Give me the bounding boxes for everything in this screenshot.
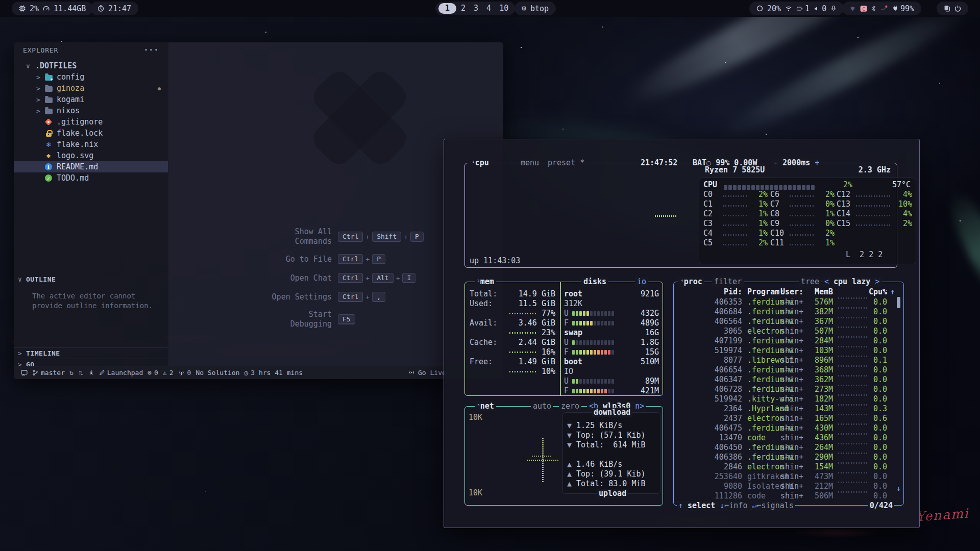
- statusbar-item-3-hrs-41-mins[interactable]: ◷3 hrs 41 mins: [244, 369, 303, 377]
- proc-footer-keys[interactable]: ↑ select ↓⌐info ↵⌐signals: [677, 501, 795, 511]
- meter-block: [601, 311, 603, 316]
- workspace-1[interactable]: 1: [438, 3, 456, 14]
- tree-item-logo.svg[interactable]: ✱logo.svg: [14, 150, 168, 161]
- tree-root-item[interactable]: ∨.DOTFILES: [14, 60, 168, 71]
- svg-text:C: C: [862, 6, 865, 11]
- disk-F-row: F489G: [564, 318, 659, 328]
- tray-controls-pill[interactable]: 20% 1 0: [749, 2, 844, 15]
- preset-button[interactable]: preset *: [546, 158, 586, 168]
- timeline-section-header[interactable]: > TIMELINE: [14, 347, 168, 359]
- tree-item-ginoza[interactable]: >ginoza●: [14, 83, 168, 94]
- proc-tab-button[interactable]: ⁴proc: [678, 277, 704, 287]
- explorer-more-actions-icon[interactable]: ···: [144, 45, 159, 55]
- rocket-icon: [88, 370, 94, 376]
- proc-filter-button[interactable]: filter: [712, 277, 744, 287]
- disk-io-label: 312K: [564, 299, 582, 309]
- tree-item-kogami[interactable]: >kogami: [14, 94, 168, 105]
- process-pid: 9080: [674, 482, 742, 491]
- process-cpu: 0.6: [856, 414, 887, 423]
- col-pid[interactable]: Pid:: [674, 287, 742, 297]
- explorer-header: EXPLORER ···: [14, 42, 168, 58]
- process-cpu: 0.0: [856, 394, 887, 404]
- statusbar-item[interactable]: [21, 369, 28, 376]
- process-cpu: 0.0: [856, 365, 887, 375]
- proc-sort-selector[interactable]: < cpu lazy >: [822, 277, 881, 287]
- cpu-tab-button[interactable]: ¹cpu: [470, 158, 491, 168]
- notification-swoosh-icon: [880, 5, 888, 12]
- proc-tree-button[interactable]: tree: [799, 277, 821, 287]
- refresh-rate-control[interactable]: - 2000ms +: [771, 158, 821, 168]
- tray-status-pill[interactable]: C 99%: [842, 2, 921, 15]
- compare-icon: [78, 370, 84, 376]
- disks-toggle-button[interactable]: disks: [581, 277, 608, 287]
- active-window-pill[interactable]: ⚙ btop: [514, 2, 556, 15]
- col-cpu[interactable]: Cpu%: [856, 287, 887, 297]
- workspace-2[interactable]: 2: [457, 3, 469, 14]
- core-graph-dots: [723, 215, 747, 216]
- chevron-right-icon: >: [36, 73, 44, 81]
- core-name: C13: [837, 199, 856, 209]
- tree-item-TODO.md[interactable]: ✓TODO.md: [14, 172, 168, 184]
- statusbar-item-no-solution[interactable]: No Solution: [195, 369, 239, 377]
- disk-io-label: IO: [564, 367, 573, 377]
- net-auto-button[interactable]: auto: [531, 402, 553, 411]
- meter-block: [733, 185, 737, 190]
- process-cpu: 0.0: [856, 327, 887, 336]
- tree-item-flake.nix[interactable]: ❄flake.nix: [14, 139, 168, 150]
- mem-meter-dots: [509, 371, 536, 372]
- process-program: electron: [747, 462, 784, 472]
- net-tab-button[interactable]: ³net: [475, 402, 496, 411]
- clock-pill[interactable]: 21:47: [90, 2, 138, 15]
- statusbar-item-launchpad[interactable]: Launchpad: [99, 369, 143, 377]
- meter-block: [811, 185, 815, 190]
- cpu-core-C11: C111%: [770, 238, 835, 248]
- process-cpu: 0.1: [856, 356, 887, 365]
- statusbar-item-0[interactable]: 0: [178, 369, 191, 377]
- statusbar-item-2[interactable]: ⚠2: [163, 369, 174, 377]
- net-zero-button[interactable]: zero: [559, 402, 581, 411]
- disk-meter: [572, 311, 615, 316]
- meter-block: [604, 350, 607, 355]
- statusbar-item-0[interactable]: ⊗0: [148, 369, 158, 377]
- outline-section-header[interactable]: ∨ OUTLINE: [14, 273, 168, 285]
- tree-item-README.md[interactable]: iREADME.md: [14, 161, 168, 172]
- net-graph-dots: [532, 456, 552, 457]
- statusbar-item[interactable]: [88, 370, 94, 376]
- disk-name-row: swap16G: [564, 328, 659, 338]
- tree-item-config[interactable]: >config: [14, 71, 168, 83]
- disk-meter-value: 421M: [641, 386, 659, 396]
- memory-stats: Total:14.9 GiBUsed:11.5 GiB77%Avail:3.46…: [470, 289, 555, 377]
- scroll-down-icon[interactable]: ↓: [896, 484, 901, 493]
- mem-stat-value: 3.46 GiB: [519, 318, 555, 328]
- nix-icon: ❄: [44, 140, 53, 148]
- workspace-10[interactable]: 10: [496, 3, 512, 14]
- tree-item-flake.lock[interactable]: flake.lock: [14, 128, 168, 139]
- menu-button[interactable]: menu: [519, 158, 541, 168]
- workspace-3[interactable]: 3: [470, 3, 482, 14]
- process-mem: 212M: [797, 482, 833, 491]
- shortcut-label: Open Chat: [217, 273, 332, 283]
- disk-meter-letter: U: [564, 377, 572, 386]
- meter-block: [572, 311, 575, 316]
- volume-value: 0: [822, 4, 826, 13]
- tree-item-.gitignore[interactable]: .gitignore: [14, 116, 168, 128]
- statusbar-item-master[interactable]: master: [32, 369, 65, 377]
- proc-scrollbar[interactable]: [897, 297, 900, 308]
- core-name: C2: [703, 209, 723, 219]
- system-stats-pill[interactable]: 2% 11.44GB: [12, 2, 93, 15]
- process-program: code: [747, 433, 766, 443]
- mem-tab-button[interactable]: ²mem: [475, 277, 496, 287]
- process-mem: 290M: [797, 453, 833, 462]
- col-memb[interactable]: MemB: [797, 287, 833, 297]
- workspace-4[interactable]: 4: [483, 3, 495, 14]
- col-program[interactable]: Program:: [747, 287, 784, 297]
- plus-separator: +: [365, 274, 370, 282]
- statusbar-item[interactable]: ↻: [69, 369, 74, 377]
- meter-block: [594, 311, 596, 316]
- go-live-button[interactable]: Go Live: [408, 366, 446, 379]
- tray-power-pill[interactable]: [937, 2, 968, 15]
- proc-table-header: Pid: Program: User: MemB Cpu% ↑: [674, 287, 903, 297]
- io-mode-button[interactable]: io: [635, 277, 648, 287]
- tree-item-nixos[interactable]: >nixos: [14, 105, 168, 116]
- statusbar-item[interactable]: [78, 370, 84, 376]
